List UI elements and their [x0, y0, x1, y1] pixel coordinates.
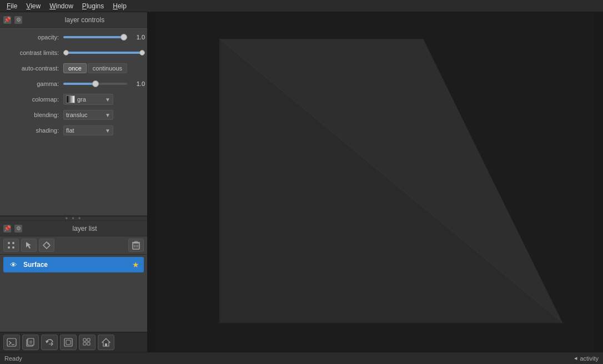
contrast-row: contrast limits:	[2, 47, 145, 59]
layer-items: 👁 Surface ★	[0, 255, 147, 332]
layer-name: Surface	[23, 261, 128, 269]
svg-rect-26	[105, 343, 107, 346]
console-icon	[7, 337, 17, 347]
files-button[interactable]	[22, 335, 39, 350]
layer-list-title: layer list	[26, 225, 144, 232]
undo-button[interactable]	[41, 335, 58, 350]
svg-rect-21	[83, 338, 86, 341]
layer-pin-icon[interactable]: 📌	[3, 225, 11, 232]
contrast-input	[63, 52, 145, 54]
contrast-thumb-left[interactable]	[63, 50, 69, 55]
shading-text: flat	[66, 127, 103, 134]
left-panel: 📌 ⚙ layer controls opacity: 1.0	[0, 12, 147, 352]
opacity-slider[interactable]	[63, 36, 127, 38]
menu-view[interactable]: View	[22, 1, 45, 11]
contrast-slider[interactable]	[63, 52, 145, 54]
home-button[interactable]	[98, 335, 114, 350]
gamma-row: gamma: 1.0	[2, 78, 145, 90]
contrast-thumb-right[interactable]	[139, 50, 145, 55]
auto-contrast-row: auto-contrast: once continuous	[2, 62, 145, 74]
opacity-label: opacity:	[2, 34, 63, 41]
activity-arrow-icon: ◂	[574, 355, 577, 362]
auto-contrast-once-button[interactable]: once	[63, 63, 87, 73]
points-tool-button[interactable]	[3, 239, 19, 252]
controls-body: opacity: 1.0 contrast limits:	[0, 28, 147, 215]
blending-input: transluc ▼	[63, 110, 145, 120]
blending-label: blending:	[2, 112, 63, 118]
auto-contrast-input: once continuous	[63, 63, 145, 73]
menu-help[interactable]: Help	[108, 1, 131, 11]
console-button[interactable]	[3, 335, 20, 350]
gamma-input: 1.0	[63, 80, 145, 87]
grid-icon	[82, 337, 92, 347]
select-icon	[24, 241, 33, 250]
colormap-label: colormap:	[2, 96, 63, 103]
svg-rect-23	[83, 342, 86, 345]
svg-point-2	[8, 246, 10, 249]
surface-visualization	[147, 12, 603, 352]
svg-marker-4	[26, 242, 31, 249]
status-bar: Ready ◂ activity	[0, 352, 603, 364]
opacity-value: 1.0	[129, 34, 145, 41]
label-icon	[42, 241, 51, 250]
menu-file[interactable]: File	[2, 1, 22, 11]
undo-icon	[44, 337, 54, 347]
auto-contrast-buttons: once continuous	[63, 63, 127, 73]
activity-label: activity	[580, 355, 599, 362]
canvas-area[interactable]	[147, 12, 603, 352]
blending-row: blending: transluc ▼	[2, 109, 145, 121]
svg-rect-24	[87, 342, 90, 345]
layer-list-panel: 📌 ⚙ layer list	[0, 221, 147, 332]
resize-handle[interactable]: • • •	[0, 216, 147, 221]
svg-rect-22	[87, 338, 90, 341]
points-icon	[7, 241, 16, 250]
label-tool-button[interactable]	[39, 239, 54, 252]
layer-star-icon[interactable]: ★	[132, 260, 139, 269]
main-layout: 📌 ⚙ layer controls opacity: 1.0	[0, 12, 603, 352]
settings-icon[interactable]: ⚙	[14, 16, 22, 24]
layer-settings-icon[interactable]: ⚙	[14, 225, 22, 232]
layer-controls-title: layer controls	[26, 16, 144, 24]
shading-select[interactable]: flat ▼	[63, 125, 113, 135]
shading-arrow-icon: ▼	[105, 128, 110, 134]
window-button[interactable]	[60, 335, 77, 350]
svg-rect-15	[28, 338, 34, 345]
trash-icon	[132, 241, 140, 250]
blending-select[interactable]: transluc ▼	[63, 110, 113, 120]
shading-row: shading: flat ▼	[2, 124, 145, 136]
shading-label: shading:	[2, 127, 63, 134]
svg-point-5	[48, 243, 49, 245]
layer-list-header: 📌 ⚙ layer list	[0, 221, 147, 236]
home-icon	[101, 337, 111, 347]
window-icon	[63, 337, 73, 347]
svg-point-1	[12, 242, 14, 244]
auto-contrast-continuous-button[interactable]: continuous	[88, 63, 127, 73]
blending-arrow-icon: ▼	[105, 112, 110, 118]
grid-button[interactable]	[79, 335, 96, 350]
svg-marker-18	[46, 341, 49, 343]
colormap-text: gra	[77, 96, 103, 103]
menubar: File View Window Plugins Help	[0, 0, 603, 12]
delete-layer-button[interactable]	[128, 239, 144, 252]
bottom-toolbar	[0, 332, 147, 352]
pin-icon[interactable]: 📌	[3, 16, 11, 24]
activity-button[interactable]: ◂ activity	[574, 355, 599, 362]
menu-plugins[interactable]: Plugins	[78, 1, 108, 11]
menu-window[interactable]: Window	[45, 1, 78, 11]
gamma-slider[interactable]	[63, 83, 127, 85]
layer-item-surface[interactable]: 👁 Surface ★	[3, 257, 144, 272]
auto-contrast-label: auto-contrast:	[2, 65, 63, 72]
files-icon	[26, 337, 36, 347]
svg-rect-20	[66, 340, 71, 345]
colormap-input: gra ▼	[63, 94, 145, 105]
select-tool-button[interactable]	[21, 239, 37, 252]
colormap-select[interactable]: gra ▼	[63, 94, 113, 105]
contrast-label: contrast limits:	[2, 49, 63, 56]
opacity-row: opacity: 1.0	[2, 31, 145, 43]
colormap-swatch	[66, 95, 75, 103]
colormap-row: colormap: gra ▼	[2, 93, 145, 105]
layer-visibility-icon[interactable]: 👁	[8, 259, 19, 270]
svg-point-0	[8, 242, 10, 244]
ready-status: Ready	[4, 355, 22, 362]
colormap-arrow-icon: ▼	[105, 97, 110, 103]
